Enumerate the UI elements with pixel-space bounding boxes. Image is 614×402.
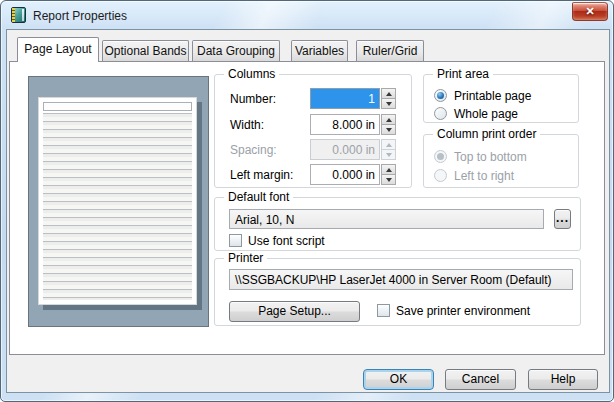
- spin-down-icon[interactable]: [381, 99, 396, 109]
- titlebar[interactable]: Report Properties ✕: [1, 1, 613, 30]
- report-icon: [11, 7, 26, 23]
- save-printer-environment-label[interactable]: Save printer environment: [396, 304, 530, 318]
- checkbox-save-printer-environment[interactable]: [377, 304, 390, 317]
- radio-top-to-bottom-label: Top to bottom: [454, 150, 527, 164]
- group-printer-title: Printer: [224, 251, 267, 265]
- checkbox-use-font-script[interactable]: [229, 234, 242, 247]
- group-column-print-order: Column print order Top to bottom Left to…: [423, 134, 579, 188]
- radio-left-to-right: [434, 169, 447, 182]
- spacing-label: Spacing:: [230, 143, 277, 157]
- spin-up-icon[interactable]: [381, 164, 396, 175]
- group-columns: Columns Number: 1 Width: 8.000 in Spacin…: [214, 74, 412, 188]
- group-default-font-title: Default font: [224, 190, 293, 204]
- page-header-band: [43, 102, 192, 111]
- default-font-field: Arial, 10, N: [229, 209, 544, 229]
- radio-whole-page[interactable]: [434, 107, 447, 120]
- number-label: Number:: [230, 92, 276, 106]
- group-column-print-order-title: Column print order: [433, 127, 540, 141]
- cancel-button[interactable]: Cancel: [445, 369, 516, 390]
- tab-page-layout[interactable]: Page Layout: [17, 37, 99, 62]
- left-margin-label: Left margin:: [230, 168, 293, 182]
- radio-printable-page[interactable]: [434, 89, 447, 102]
- width-spinner: [381, 114, 396, 135]
- group-print-area-title: Print area: [433, 67, 493, 81]
- left-margin-input[interactable]: 0.000 in: [310, 164, 380, 185]
- tab-ruler-grid[interactable]: Ruler/Grid: [356, 40, 424, 61]
- page-preview-sheet: [38, 97, 197, 305]
- tab-label: Page Layout: [24, 42, 91, 56]
- width-label: Width:: [230, 118, 264, 132]
- page-preview: [28, 76, 209, 327]
- page-detail-lines: [43, 113, 192, 300]
- tab-label: Data Grouping: [197, 44, 275, 58]
- tab-label: Optional Bands: [104, 44, 186, 58]
- spacing-input: 0.000 in: [310, 139, 380, 160]
- spin-down-icon: [381, 150, 396, 160]
- tab-label: Variables: [295, 44, 344, 58]
- font-browse-button[interactable]: ...: [554, 209, 571, 229]
- left-margin-spin-field: 0.000 in: [310, 164, 396, 185]
- spin-down-icon[interactable]: [381, 175, 396, 185]
- tab-optional-bands[interactable]: Optional Bands: [102, 40, 189, 61]
- ok-button[interactable]: OK: [363, 369, 434, 390]
- number-input[interactable]: 1: [310, 88, 380, 109]
- radio-top-to-bottom: [434, 150, 447, 163]
- spin-up-icon[interactable]: [381, 88, 396, 99]
- spacing-spin-field: 0.000 in: [310, 139, 396, 160]
- spacing-spinner: [381, 139, 396, 160]
- number-spin-field: 1: [310, 88, 396, 109]
- page-setup-button[interactable]: Page Setup...: [229, 301, 360, 322]
- tab-data-grouping[interactable]: Data Grouping: [192, 40, 280, 61]
- group-default-font: Default font Arial, 10, N ... Use font s…: [214, 197, 581, 251]
- radio-whole-page-label[interactable]: Whole page: [454, 107, 518, 121]
- help-button[interactable]: Help: [528, 369, 598, 390]
- window-frame: Report Properties ✕ Page Layout Optional…: [0, 0, 614, 402]
- radio-printable-page-label[interactable]: Printable page: [454, 89, 531, 103]
- printer-field: \\SSGBACKUP\HP LaserJet 4000 in Server R…: [229, 269, 573, 290]
- close-icon: ✕: [585, 5, 594, 18]
- group-columns-title: Columns: [224, 67, 279, 81]
- spin-up-icon: [381, 139, 396, 150]
- radio-left-to-right-label: Left to right: [454, 169, 514, 183]
- width-input[interactable]: 8.000 in: [310, 114, 380, 135]
- close-button[interactable]: ✕: [572, 2, 608, 21]
- tab-variables[interactable]: Variables: [291, 40, 348, 61]
- group-printer: Printer \\SSGBACKUP\HP LaserJet 4000 in …: [214, 258, 581, 326]
- width-spin-field: 8.000 in: [310, 114, 396, 135]
- window-title: Report Properties: [33, 9, 127, 23]
- use-font-script-label[interactable]: Use font script: [248, 234, 325, 248]
- number-spinner: [381, 88, 396, 109]
- spin-down-icon[interactable]: [381, 125, 396, 135]
- group-print-area: Print area Printable page Whole page: [423, 74, 579, 123]
- left-margin-spinner: [381, 164, 396, 185]
- report-properties-dialog: Report Properties ✕ Page Layout Optional…: [0, 0, 614, 402]
- tab-label: Ruler/Grid: [363, 44, 418, 58]
- spin-up-icon[interactable]: [381, 114, 396, 125]
